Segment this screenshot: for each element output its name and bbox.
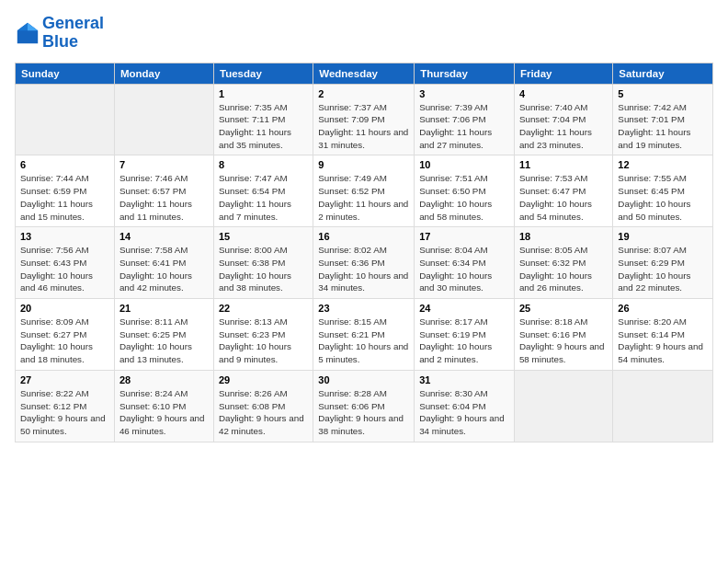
day-number: 30 <box>318 374 409 385</box>
day-number: 9 <box>318 159 409 170</box>
calendar-cell <box>114 84 213 155</box>
calendar-cell: 29Sunrise: 8:26 AM Sunset: 6:08 PM Dayli… <box>214 370 313 442</box>
calendar-cell: 1Sunrise: 7:35 AM Sunset: 7:11 PM Daylig… <box>214 84 313 155</box>
day-number: 16 <box>318 231 409 242</box>
day-info: Sunrise: 7:37 AM Sunset: 7:09 PM Dayligh… <box>318 101 409 152</box>
calendar-cell: 27Sunrise: 8:22 AM Sunset: 6:12 PM Dayli… <box>16 370 115 442</box>
calendar-cell: 31Sunrise: 8:30 AM Sunset: 6:04 PM Dayli… <box>415 370 515 442</box>
day-info: Sunrise: 8:13 AM Sunset: 6:23 PM Dayligh… <box>219 316 308 366</box>
day-info: Sunrise: 8:17 AM Sunset: 6:19 PM Dayligh… <box>419 316 509 366</box>
day-info: Sunrise: 7:55 AM Sunset: 6:45 PM Dayligh… <box>618 172 708 223</box>
calendar-cell: 17Sunrise: 8:04 AM Sunset: 6:34 PM Dayli… <box>415 227 515 299</box>
svg-marker-1 <box>28 23 38 30</box>
day-number: 19 <box>618 231 708 242</box>
day-info: Sunrise: 8:28 AM Sunset: 6:06 PM Dayligh… <box>318 387 409 438</box>
calendar-cell: 30Sunrise: 8:28 AM Sunset: 6:06 PM Dayli… <box>313 370 415 442</box>
day-number: 11 <box>519 159 608 170</box>
day-info: Sunrise: 7:49 AM Sunset: 6:52 PM Dayligh… <box>318 172 409 223</box>
calendar-cell: 6Sunrise: 7:44 AM Sunset: 6:59 PM Daylig… <box>16 155 115 227</box>
day-number: 6 <box>20 159 109 170</box>
day-number: 18 <box>519 231 608 242</box>
day-header-saturday: Saturday <box>613 63 713 84</box>
day-info: Sunrise: 7:44 AM Sunset: 6:59 PM Dayligh… <box>20 172 109 223</box>
day-info: Sunrise: 8:22 AM Sunset: 6:12 PM Dayligh… <box>20 387 109 438</box>
calendar-cell: 28Sunrise: 8:24 AM Sunset: 6:10 PM Dayli… <box>114 370 213 442</box>
calendar-cell: 18Sunrise: 8:05 AM Sunset: 6:32 PM Dayli… <box>514 227 612 299</box>
calendar-cell: 10Sunrise: 7:51 AM Sunset: 6:50 PM Dayli… <box>415 155 515 227</box>
day-info: Sunrise: 8:24 AM Sunset: 6:10 PM Dayligh… <box>119 387 209 438</box>
day-info: Sunrise: 7:58 AM Sunset: 6:41 PM Dayligh… <box>119 244 209 294</box>
day-info: Sunrise: 7:47 AM Sunset: 6:54 PM Dayligh… <box>219 172 308 223</box>
day-info: Sunrise: 8:15 AM Sunset: 6:21 PM Dayligh… <box>318 316 409 366</box>
calendar-week-1: 1Sunrise: 7:35 AM Sunset: 7:11 PM Daylig… <box>16 84 713 155</box>
calendar-cell: 22Sunrise: 8:13 AM Sunset: 6:23 PM Dayli… <box>214 299 313 371</box>
day-number: 21 <box>119 303 209 314</box>
day-header-wednesday: Wednesday <box>313 63 415 84</box>
calendar-cell: 4Sunrise: 7:40 AM Sunset: 7:04 PM Daylig… <box>514 84 612 155</box>
day-info: Sunrise: 7:42 AM Sunset: 7:01 PM Dayligh… <box>618 101 708 152</box>
calendar-table: SundayMondayTuesdayWednesdayThursdayFrid… <box>15 63 713 442</box>
day-info: Sunrise: 7:51 AM Sunset: 6:50 PM Dayligh… <box>419 172 509 223</box>
day-info: Sunrise: 7:53 AM Sunset: 6:47 PM Dayligh… <box>519 172 608 223</box>
calendar-cell: 13Sunrise: 7:56 AM Sunset: 6:43 PM Dayli… <box>16 227 115 299</box>
calendar-cell: 25Sunrise: 8:18 AM Sunset: 6:16 PM Dayli… <box>514 299 612 371</box>
day-number: 13 <box>20 231 109 242</box>
calendar-cell: 3Sunrise: 7:39 AM Sunset: 7:06 PM Daylig… <box>415 84 515 155</box>
calendar-cell <box>613 370 713 442</box>
day-info: Sunrise: 8:05 AM Sunset: 6:32 PM Dayligh… <box>519 244 608 294</box>
day-number: 29 <box>219 374 308 385</box>
calendar-cell: 20Sunrise: 8:09 AM Sunset: 6:27 PM Dayli… <box>16 299 115 371</box>
day-info: Sunrise: 8:11 AM Sunset: 6:25 PM Dayligh… <box>119 316 209 366</box>
day-number: 23 <box>318 303 409 314</box>
day-header-sunday: Sunday <box>16 63 115 84</box>
day-info: Sunrise: 8:18 AM Sunset: 6:16 PM Dayligh… <box>519 316 608 366</box>
calendar-week-3: 13Sunrise: 7:56 AM Sunset: 6:43 PM Dayli… <box>16 227 713 299</box>
day-number: 20 <box>20 303 109 314</box>
day-number: 28 <box>119 374 209 385</box>
day-number: 2 <box>318 88 409 99</box>
day-info: Sunrise: 7:35 AM Sunset: 7:11 PM Dayligh… <box>219 101 308 152</box>
day-number: 24 <box>419 303 509 314</box>
calendar-cell: 5Sunrise: 7:42 AM Sunset: 7:01 PM Daylig… <box>613 84 713 155</box>
calendar-cell: 14Sunrise: 7:58 AM Sunset: 6:41 PM Dayli… <box>114 227 213 299</box>
calendar-cell: 21Sunrise: 8:11 AM Sunset: 6:25 PM Dayli… <box>114 299 213 371</box>
day-number: 31 <box>419 374 509 385</box>
calendar-cell <box>16 84 115 155</box>
logo-icon <box>15 20 40 46</box>
calendar-header-row: SundayMondayTuesdayWednesdayThursdayFrid… <box>16 63 713 84</box>
day-number: 14 <box>119 231 209 242</box>
day-info: Sunrise: 7:56 AM Sunset: 6:43 PM Dayligh… <box>20 244 109 294</box>
day-number: 15 <box>219 231 308 242</box>
logo: General Blue <box>15 15 104 52</box>
day-number: 12 <box>618 159 708 170</box>
day-number: 17 <box>419 231 509 242</box>
day-info: Sunrise: 8:26 AM Sunset: 6:08 PM Dayligh… <box>219 387 308 438</box>
calendar-cell: 9Sunrise: 7:49 AM Sunset: 6:52 PM Daylig… <box>313 155 415 227</box>
day-header-friday: Friday <box>514 63 612 84</box>
day-number: 25 <box>519 303 608 314</box>
day-info: Sunrise: 8:30 AM Sunset: 6:04 PM Dayligh… <box>419 387 509 438</box>
calendar-cell: 7Sunrise: 7:46 AM Sunset: 6:57 PM Daylig… <box>114 155 213 227</box>
day-info: Sunrise: 8:20 AM Sunset: 6:14 PM Dayligh… <box>618 316 708 366</box>
calendar-cell: 8Sunrise: 7:47 AM Sunset: 6:54 PM Daylig… <box>214 155 313 227</box>
day-header-tuesday: Tuesday <box>214 63 313 84</box>
calendar-week-2: 6Sunrise: 7:44 AM Sunset: 6:59 PM Daylig… <box>16 155 713 227</box>
day-info: Sunrise: 8:04 AM Sunset: 6:34 PM Dayligh… <box>419 244 509 294</box>
calendar-cell: 12Sunrise: 7:55 AM Sunset: 6:45 PM Dayli… <box>613 155 713 227</box>
day-number: 1 <box>219 88 308 99</box>
day-header-monday: Monday <box>114 63 213 84</box>
day-number: 7 <box>119 159 209 170</box>
day-info: Sunrise: 7:46 AM Sunset: 6:57 PM Dayligh… <box>119 172 209 223</box>
calendar-cell <box>514 370 612 442</box>
calendar-cell: 26Sunrise: 8:20 AM Sunset: 6:14 PM Dayli… <box>613 299 713 371</box>
day-info: Sunrise: 7:39 AM Sunset: 7:06 PM Dayligh… <box>419 101 509 152</box>
calendar-week-5: 27Sunrise: 8:22 AM Sunset: 6:12 PM Dayli… <box>16 370 713 442</box>
calendar-cell: 24Sunrise: 8:17 AM Sunset: 6:19 PM Dayli… <box>415 299 515 371</box>
day-info: Sunrise: 8:09 AM Sunset: 6:27 PM Dayligh… <box>20 316 109 366</box>
day-number: 4 <box>519 88 608 99</box>
day-number: 5 <box>618 88 708 99</box>
day-number: 26 <box>618 303 708 314</box>
day-number: 3 <box>419 88 509 99</box>
calendar-cell: 16Sunrise: 8:02 AM Sunset: 6:36 PM Dayli… <box>313 227 415 299</box>
page-header: General Blue <box>15 15 713 52</box>
